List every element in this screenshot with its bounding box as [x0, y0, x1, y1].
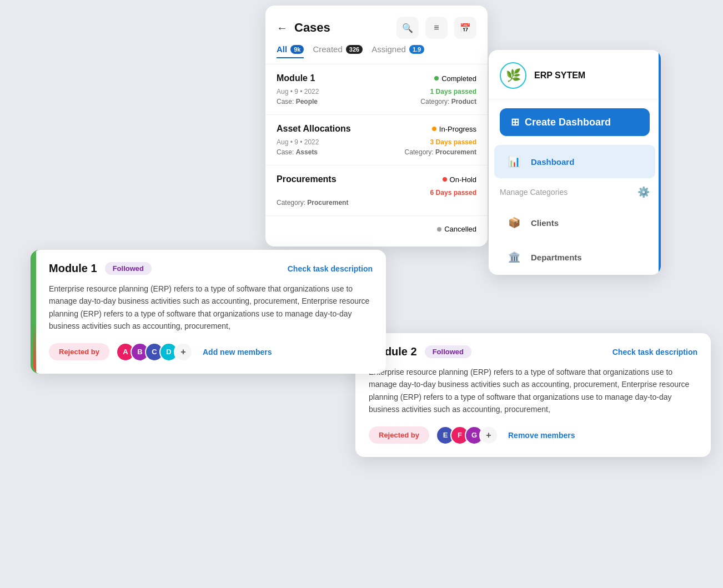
category-label: Category: Procurement — [277, 199, 348, 207]
status-label: On-Hold — [450, 175, 476, 184]
module2-avatars: E F G + — [436, 426, 498, 445]
erp-logo: 🌿 — [500, 62, 526, 89]
cases-header: ← Cases 🔍 ≡ 📅 — [265, 6, 488, 44]
calendar-button[interactable]: 📅 — [454, 17, 476, 39]
module2-remove-members-link[interactable]: Remove members — [508, 431, 575, 440]
search-button[interactable]: 🔍 — [396, 17, 419, 39]
card-accent-bar — [33, 250, 36, 374]
nav-label-dashboard: Dashboard — [531, 157, 574, 167]
module2-check-task-link[interactable]: Check task description — [612, 348, 697, 356]
case-date: Aug • 9 • 2022 — [277, 138, 319, 146]
case-meta: Aug • 9 • 2022 1 Days passed — [277, 88, 476, 96]
dashboard-icon: 📊 — [505, 153, 523, 170]
cases-tabs: All 9k Created 326 Assigned 1.9 — [265, 44, 488, 64]
case-label: Case: Assets — [277, 148, 318, 156]
nav-label-manage-categories: Manage Categories — [500, 188, 568, 197]
status-label: In-Progress — [439, 125, 476, 133]
module1-avatars: A B C D + — [116, 343, 193, 361]
case-item-asset[interactable]: Asset Allocations In-Progress Aug • 9 • … — [265, 115, 488, 165]
status-dot-gray — [437, 227, 441, 232]
case-label: Case: People — [277, 98, 318, 105]
clients-icon: 📦 — [505, 214, 523, 232]
case-item-module1[interactable]: Module 1 Completed Aug • 9 • 2022 1 Days… — [265, 64, 488, 115]
days-passed: 3 Days passed — [430, 138, 476, 146]
status-badge: Cancelled — [437, 225, 476, 233]
module1-card: Module 1 Followed Check task description… — [31, 250, 386, 374]
module1-rejected-button[interactable]: Rejected by — [49, 343, 109, 360]
create-dashboard-label: Create Dashboard — [525, 117, 611, 128]
status-dot-orange — [432, 127, 436, 131]
add-avatar-button[interactable]: + — [174, 343, 193, 361]
cases-list: Module 1 Completed Aug • 9 • 2022 1 Days… — [265, 64, 488, 247]
nav-item-clients[interactable]: 📦 Clients — [494, 206, 655, 239]
erp-logo-icon: 🌿 — [506, 68, 521, 83]
case-item-header: Procurements On-Hold — [277, 174, 476, 184]
status-dot-red — [443, 177, 447, 182]
module2-footer: Rejected by E F G + Remove members — [369, 426, 697, 445]
nav-label-clients: Clients — [531, 218, 559, 228]
case-meta: Aug • 9 • 2022 3 Days passed — [277, 138, 476, 146]
case-item-cancelled[interactable]: Cancelled — [265, 216, 488, 247]
module1-footer: Rejected by A B C D + Add new members — [49, 343, 373, 361]
status-badge: In-Progress — [432, 125, 476, 133]
module2-followed-badge: Followed — [425, 345, 471, 358]
erp-name: ERP SYTEM — [534, 71, 585, 81]
tab-all-label: All — [277, 44, 287, 54]
case-item-header: Module 1 Completed — [277, 73, 476, 83]
module1-title: Module 1 — [49, 262, 97, 275]
tab-created-label: Created — [313, 44, 342, 54]
back-button[interactable]: ← — [277, 22, 288, 34]
status-label: Cancelled — [444, 225, 476, 233]
tab-created[interactable]: Created 326 — [313, 44, 363, 58]
case-name: Procurements — [277, 174, 337, 184]
nav-item-manage-categories[interactable]: Manage Categories ⚙️ — [489, 179, 661, 205]
tab-all-badge: 9k — [290, 45, 304, 54]
create-dashboard-icon: ⊞ — [511, 116, 519, 128]
tab-all[interactable]: All 9k — [277, 44, 304, 58]
case-name: Asset Allocations — [277, 124, 351, 134]
case-details: Case: Assets Category: Procurement — [277, 148, 476, 156]
case-item-header: Asset Allocations In-Progress — [277, 124, 476, 134]
module1-check-task-link[interactable]: Check task description — [288, 264, 373, 273]
erp-header: 🌿 ERP SYTEM — [489, 50, 661, 99]
tab-assigned-badge: 1.9 — [409, 45, 424, 54]
module2-card-header: Module 2 Followed Check task description — [369, 345, 697, 358]
module2-rejected-button[interactable]: Rejected by — [369, 426, 429, 444]
days-passed: 6 Days passed — [430, 189, 476, 197]
add-avatar-button-2[interactable]: + — [479, 426, 498, 445]
nav-item-dashboard[interactable]: 📊 Dashboard — [494, 145, 655, 178]
days-passed: 1 Days passed — [430, 88, 476, 96]
module1-description: Enterprise resource planning (ERP) refer… — [49, 283, 373, 333]
case-item-procurement[interactable]: Procurements On-Hold 6 Days passed Categ… — [265, 165, 488, 216]
tab-assigned[interactable]: Assigned 1.9 — [371, 44, 424, 58]
case-details: Case: People Category: Product — [277, 98, 476, 105]
status-badge: On-Hold — [443, 175, 476, 184]
case-details: Category: Procurement — [277, 199, 476, 207]
cases-panel: ← Cases 🔍 ≡ 📅 All 9k Created 326 Assigne… — [265, 6, 488, 247]
nav-label-departments: Departments — [531, 253, 582, 262]
status-dot-green — [434, 76, 439, 81]
module1-card-header: Module 1 Followed Check task description — [49, 262, 373, 275]
status-label: Completed — [441, 74, 476, 83]
scroll-bar — [659, 50, 661, 275]
status-badge: Completed — [434, 74, 476, 83]
cases-title: Cases — [294, 21, 390, 35]
filter-button[interactable]: ≡ — [425, 17, 448, 39]
category-label: Category: Procurement — [405, 148, 476, 156]
category-label: Category: Product — [420, 98, 476, 105]
create-dashboard-button[interactable]: ⊞ Create Dashboard — [500, 108, 650, 136]
erp-panel: 🌿 ERP SYTEM ⊞ Create Dashboard 📊 Dashboa… — [489, 50, 661, 275]
gear-icon[interactable]: ⚙️ — [637, 186, 650, 198]
case-name: Module 1 — [277, 73, 315, 83]
module2-description: Enterprise resource planning (ERP) refer… — [369, 366, 697, 416]
case-meta: 6 Days passed — [277, 189, 476, 197]
departments-icon: 🏛️ — [505, 248, 523, 266]
module1-add-members-link[interactable]: Add new members — [203, 348, 272, 356]
module2-card: Module 2 Followed Check task description… — [355, 333, 711, 457]
case-item-header: Cancelled — [277, 225, 476, 233]
tab-assigned-label: Assigned — [371, 44, 406, 54]
nav-item-departments[interactable]: 🏛️ Departments — [494, 240, 655, 274]
tab-created-badge: 326 — [346, 45, 363, 54]
case-date: Aug • 9 • 2022 — [277, 88, 319, 96]
module1-followed-badge: Followed — [105, 262, 152, 275]
